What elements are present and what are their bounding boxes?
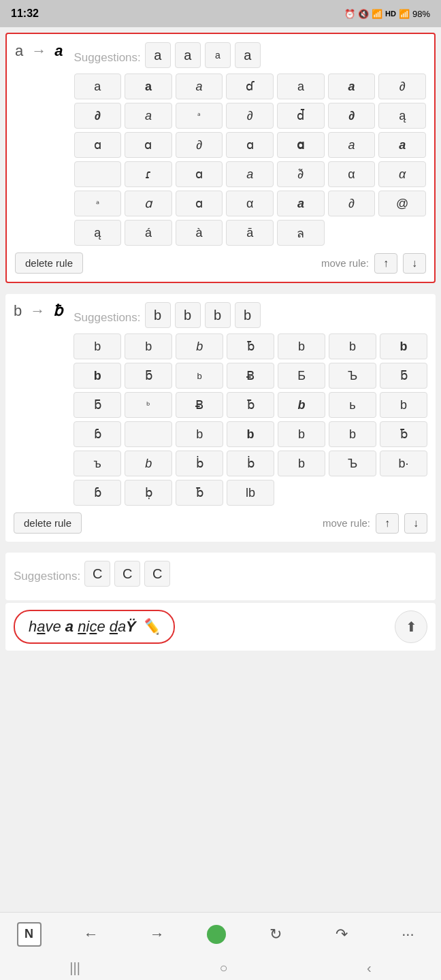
- sug-cell[interactable]: ɑ: [74, 132, 122, 158]
- sug-cell[interactable]: ɑ: [125, 132, 172, 158]
- sug-cell[interactable]: ƃ: [380, 363, 427, 389]
- sug-cell[interactable]: á: [125, 220, 172, 246]
- sug-cell[interactable]: ᵇ: [125, 392, 172, 418]
- sug-cell[interactable]: ƀ: [380, 421, 427, 447]
- sug-cell[interactable]: ɑ: [226, 132, 274, 158]
- nav-forward-button[interactable]: →: [141, 918, 174, 951]
- sug-cell[interactable]: ∂̃: [277, 161, 325, 187]
- sug-cell[interactable]: b: [380, 333, 427, 359]
- sug-cell[interactable]: b: [74, 363, 121, 389]
- sug-cell[interactable]: Б: [278, 363, 325, 389]
- sug-cell[interactable]: ล: [277, 220, 325, 246]
- sug-cell[interactable]: ā: [226, 220, 274, 246]
- sug-cell[interactable]: d̄: [277, 103, 325, 129]
- rule-3-top-sug-1[interactable]: C: [114, 561, 140, 587]
- sug-cell[interactable]: ḃ: [176, 451, 223, 476]
- sug-cell[interactable]: [74, 161, 122, 187]
- rule-1-move-down-button[interactable]: ↓: [403, 253, 426, 274]
- sug-cell[interactable]: ƀ: [227, 392, 274, 418]
- rule-2-top-sug-2[interactable]: b: [205, 302, 231, 328]
- nav-n-button[interactable]: N: [17, 922, 42, 947]
- sug-cell[interactable]: ь: [329, 392, 376, 418]
- gesture-back-icon[interactable]: ‹: [367, 960, 372, 976]
- sug-cell[interactable]: b: [74, 333, 121, 359]
- rule-1-top-sug-0[interactable]: a: [145, 42, 171, 68]
- rule-2-top-sug-3[interactable]: b: [235, 302, 261, 328]
- rule-3-top-sug-2[interactable]: C: [144, 561, 170, 587]
- sug-cell[interactable]: ḅ: [125, 480, 172, 506]
- rule-2-move-down-button[interactable]: ↓: [404, 513, 427, 534]
- sug-cell[interactable]: b: [278, 421, 325, 447]
- sug-cell[interactable]: b: [380, 392, 427, 418]
- sug-cell[interactable]: ∂: [378, 74, 426, 99]
- sug-cell[interactable]: b: [278, 392, 325, 418]
- sug-cell[interactable]: b: [278, 333, 325, 359]
- sug-cell[interactable]: a: [74, 74, 122, 99]
- rule-1-delete-button[interactable]: delete rule: [15, 252, 83, 274]
- sug-cell[interactable]: lb: [227, 480, 274, 506]
- sug-cell[interactable]: a: [378, 132, 426, 158]
- sug-cell[interactable]: ą: [74, 220, 122, 246]
- sug-cell[interactable]: Ъ: [329, 451, 376, 476]
- sug-cell[interactable]: b·: [380, 451, 427, 476]
- rule-2-top-sug-0[interactable]: b: [145, 302, 171, 328]
- nav-home-button[interactable]: [207, 925, 226, 944]
- sug-cell[interactable]: ∂: [328, 191, 376, 216]
- sug-cell[interactable]: ɑ: [176, 191, 223, 216]
- gesture-home-icon[interactable]: ○: [219, 960, 227, 976]
- sug-cell[interactable]: ъ: [74, 451, 121, 476]
- sug-cell[interactable]: ᵃ: [176, 103, 223, 129]
- sug-cell[interactable]: Ƀ: [176, 392, 223, 418]
- sug-cell[interactable]: ɓ: [74, 480, 121, 506]
- sug-cell[interactable]: a: [277, 74, 325, 99]
- rule-1-top-sug-1[interactable]: a: [175, 42, 201, 68]
- sug-cell[interactable]: a: [226, 161, 274, 187]
- sug-cell[interactable]: b: [176, 421, 223, 447]
- sug-cell[interactable]: ƀ: [176, 480, 223, 506]
- nice-day-text-box[interactable]: have a nice daŸ ✏️: [14, 610, 175, 644]
- sug-cell[interactable]: ∂: [226, 103, 274, 129]
- rule-2-move-up-button[interactable]: ↑: [376, 513, 399, 534]
- sug-cell[interactable]: [125, 421, 172, 447]
- rule-1-move-up-button[interactable]: ↑: [374, 253, 397, 274]
- sug-cell[interactable]: ɾ: [125, 161, 172, 187]
- sug-cell[interactable]: ∂: [74, 103, 122, 129]
- sug-cell[interactable]: b: [125, 333, 172, 359]
- sug-cell[interactable]: α: [378, 161, 426, 187]
- rule-3-top-sug-0[interactable]: C: [84, 561, 110, 587]
- sug-cell[interactable]: Ъ: [329, 363, 376, 389]
- nav-refresh-button[interactable]: ↻: [259, 918, 292, 951]
- sug-cell[interactable]: b: [329, 421, 376, 447]
- sug-cell[interactable]: a: [277, 191, 325, 216]
- sug-cell[interactable]: a: [328, 132, 376, 158]
- sug-cell[interactable]: ɑ: [176, 161, 223, 187]
- sug-cell[interactable]: a: [125, 103, 172, 129]
- sug-cell[interactable]: a: [328, 74, 376, 99]
- sug-cell[interactable]: ƀ: [227, 333, 274, 359]
- sug-cell[interactable]: ḃ: [227, 451, 274, 476]
- scroll-top-button[interactable]: ⬆: [395, 610, 427, 643]
- sug-cell[interactable]: a: [125, 74, 172, 99]
- rule-2-top-sug-1[interactable]: b: [175, 302, 201, 328]
- sug-cell[interactable]: b: [176, 363, 223, 389]
- rule-2-delete-button[interactable]: delete rule: [14, 512, 82, 534]
- rule-1-top-sug-3[interactable]: a: [235, 42, 261, 68]
- sug-cell[interactable]: α: [226, 191, 274, 216]
- sug-cell[interactable]: ∂: [328, 103, 376, 129]
- sug-cell[interactable]: à: [176, 220, 223, 246]
- nav-back-button[interactable]: ←: [75, 918, 108, 951]
- nav-more-button[interactable]: ···: [391, 918, 424, 951]
- sug-cell[interactable]: α: [328, 161, 376, 187]
- sug-cell[interactable]: Ƀ: [227, 363, 274, 389]
- sug-cell[interactable]: ɗ: [226, 74, 274, 99]
- sug-cell[interactable]: @: [378, 191, 426, 216]
- sug-cell[interactable]: ɑ: [125, 191, 172, 216]
- sug-cell[interactable]: b: [125, 451, 172, 476]
- sug-cell[interactable]: ƃ: [125, 363, 172, 389]
- sug-cell[interactable]: ∂: [176, 132, 223, 158]
- sug-cell[interactable]: b: [176, 333, 223, 359]
- sug-cell[interactable]: b: [278, 451, 325, 476]
- sug-cell[interactable]: b: [227, 421, 274, 447]
- sug-cell[interactable]: ɓ: [74, 421, 121, 447]
- sug-cell[interactable]: ᵃ: [74, 191, 122, 216]
